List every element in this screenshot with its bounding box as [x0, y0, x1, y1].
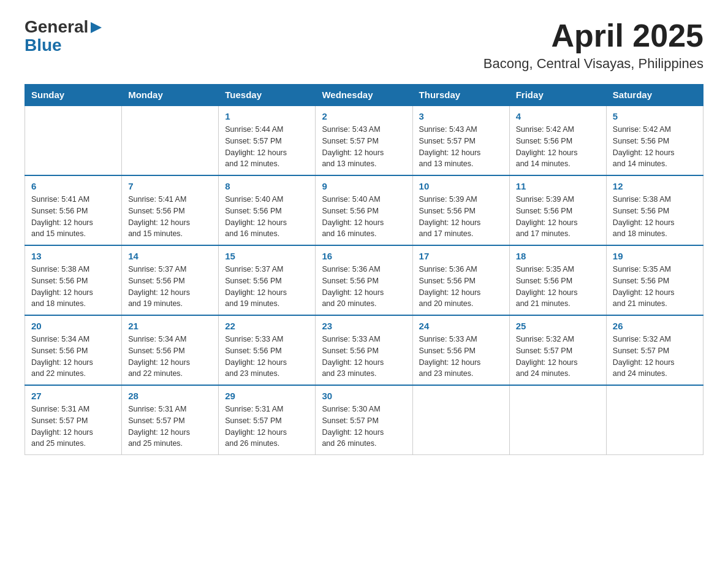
- day-info: Sunrise: 5:38 AMSunset: 5:56 PMDaylight:…: [613, 194, 697, 240]
- calendar-cell: 22Sunrise: 5:33 AMSunset: 5:56 PMDayligh…: [219, 315, 316, 385]
- calendar-cell: [606, 385, 703, 455]
- calendar-cell: 27Sunrise: 5:31 AMSunset: 5:57 PMDayligh…: [25, 385, 122, 455]
- day-number: 1: [225, 111, 309, 121]
- calendar-cell: 21Sunrise: 5:34 AMSunset: 5:56 PMDayligh…: [122, 315, 219, 385]
- calendar-cell: 28Sunrise: 5:31 AMSunset: 5:57 PMDayligh…: [122, 385, 219, 455]
- day-info: Sunrise: 5:37 AMSunset: 5:56 PMDaylight:…: [225, 264, 309, 310]
- weekday-header: Tuesday: [219, 85, 316, 106]
- svg-marker-0: [91, 22, 102, 33]
- calendar-cell: 25Sunrise: 5:32 AMSunset: 5:57 PMDayligh…: [509, 315, 606, 385]
- calendar-cell: 8Sunrise: 5:40 AMSunset: 5:56 PMDaylight…: [219, 175, 316, 245]
- location-title: Bacong, Central Visayas, Philippines: [483, 56, 703, 72]
- calendar-cell: 9Sunrise: 5:40 AMSunset: 5:56 PMDaylight…: [316, 175, 412, 245]
- calendar-cell: 30Sunrise: 5:30 AMSunset: 5:57 PMDayligh…: [316, 385, 412, 455]
- day-number: 16: [322, 251, 406, 261]
- calendar-cell: 17Sunrise: 5:36 AMSunset: 5:56 PMDayligh…: [412, 245, 509, 315]
- day-info: Sunrise: 5:36 AMSunset: 5:56 PMDaylight:…: [322, 264, 406, 310]
- calendar-cell: 11Sunrise: 5:39 AMSunset: 5:56 PMDayligh…: [509, 175, 606, 245]
- weekday-header: Saturday: [606, 85, 703, 106]
- day-info: Sunrise: 5:32 AMSunset: 5:57 PMDaylight:…: [613, 334, 697, 380]
- day-number: 10: [419, 181, 503, 191]
- day-info: Sunrise: 5:32 AMSunset: 5:57 PMDaylight:…: [516, 334, 600, 380]
- calendar-table: SundayMondayTuesdayWednesdayThursdayFrid…: [25, 84, 703, 455]
- page-header: General Blue April 2025 Bacong, Central …: [25, 18, 703, 72]
- day-number: 3: [419, 111, 503, 121]
- day-info: Sunrise: 5:42 AMSunset: 5:56 PMDaylight:…: [516, 124, 600, 170]
- day-number: 27: [31, 391, 115, 401]
- day-info: Sunrise: 5:43 AMSunset: 5:57 PMDaylight:…: [322, 124, 406, 170]
- day-info: Sunrise: 5:43 AMSunset: 5:57 PMDaylight:…: [419, 124, 503, 170]
- calendar-cell: 26Sunrise: 5:32 AMSunset: 5:57 PMDayligh…: [606, 315, 703, 385]
- day-info: Sunrise: 5:33 AMSunset: 5:56 PMDaylight:…: [419, 334, 503, 380]
- calendar-cell: 10Sunrise: 5:39 AMSunset: 5:56 PMDayligh…: [412, 175, 509, 245]
- calendar-cell: 24Sunrise: 5:33 AMSunset: 5:56 PMDayligh…: [412, 315, 509, 385]
- calendar-week-row: 1Sunrise: 5:44 AMSunset: 5:57 PMDaylight…: [25, 105, 703, 175]
- day-number: 15: [225, 251, 309, 261]
- day-info: Sunrise: 5:41 AMSunset: 5:56 PMDaylight:…: [31, 194, 115, 240]
- calendar-cell: 5Sunrise: 5:42 AMSunset: 5:56 PMDaylight…: [606, 105, 703, 175]
- day-number: 9: [322, 181, 406, 191]
- day-number: 17: [419, 251, 503, 261]
- calendar-cell: 2Sunrise: 5:43 AMSunset: 5:57 PMDaylight…: [316, 105, 412, 175]
- calendar-week-row: 20Sunrise: 5:34 AMSunset: 5:56 PMDayligh…: [25, 315, 703, 385]
- day-number: 2: [322, 111, 406, 121]
- month-title: April 2025: [483, 18, 703, 53]
- day-info: Sunrise: 5:40 AMSunset: 5:56 PMDaylight:…: [225, 194, 309, 240]
- weekday-header: Sunday: [25, 85, 122, 106]
- day-number: 25: [516, 321, 600, 331]
- calendar-cell: 12Sunrise: 5:38 AMSunset: 5:56 PMDayligh…: [606, 175, 703, 245]
- day-number: 26: [613, 321, 697, 331]
- logo-blue: Blue: [25, 36, 62, 55]
- day-info: Sunrise: 5:33 AMSunset: 5:56 PMDaylight:…: [322, 334, 406, 380]
- logo-arrow-icon: [89, 21, 103, 34]
- day-info: Sunrise: 5:34 AMSunset: 5:56 PMDaylight:…: [128, 334, 212, 380]
- day-info: Sunrise: 5:35 AMSunset: 5:56 PMDaylight:…: [613, 264, 697, 310]
- calendar-cell: [412, 385, 509, 455]
- day-number: 6: [31, 181, 115, 191]
- day-info: Sunrise: 5:40 AMSunset: 5:56 PMDaylight:…: [322, 194, 406, 240]
- weekday-header: Monday: [122, 85, 219, 106]
- day-number: 11: [516, 181, 600, 191]
- calendar-cell: 23Sunrise: 5:33 AMSunset: 5:56 PMDayligh…: [316, 315, 412, 385]
- day-number: 19: [613, 251, 697, 261]
- calendar-week-row: 6Sunrise: 5:41 AMSunset: 5:56 PMDaylight…: [25, 175, 703, 245]
- day-info: Sunrise: 5:31 AMSunset: 5:57 PMDaylight:…: [225, 404, 309, 450]
- day-number: 28: [128, 391, 212, 401]
- calendar-cell: 15Sunrise: 5:37 AMSunset: 5:56 PMDayligh…: [219, 245, 316, 315]
- calendar-cell: [25, 105, 122, 175]
- weekday-header: Wednesday: [316, 85, 412, 106]
- day-number: 21: [128, 321, 212, 331]
- weekday-header: Thursday: [412, 85, 509, 106]
- day-number: 20: [31, 321, 115, 331]
- calendar-cell: 1Sunrise: 5:44 AMSunset: 5:57 PMDaylight…: [219, 105, 316, 175]
- calendar-cell: [509, 385, 606, 455]
- calendar-cell: 16Sunrise: 5:36 AMSunset: 5:56 PMDayligh…: [316, 245, 412, 315]
- day-info: Sunrise: 5:39 AMSunset: 5:56 PMDaylight:…: [419, 194, 503, 240]
- day-info: Sunrise: 5:31 AMSunset: 5:57 PMDaylight:…: [31, 404, 115, 450]
- calendar-cell: 19Sunrise: 5:35 AMSunset: 5:56 PMDayligh…: [606, 245, 703, 315]
- day-info: Sunrise: 5:37 AMSunset: 5:56 PMDaylight:…: [128, 264, 212, 310]
- calendar-cell: 29Sunrise: 5:31 AMSunset: 5:57 PMDayligh…: [219, 385, 316, 455]
- day-info: Sunrise: 5:30 AMSunset: 5:57 PMDaylight:…: [322, 404, 406, 450]
- day-info: Sunrise: 5:39 AMSunset: 5:56 PMDaylight:…: [516, 194, 600, 240]
- day-info: Sunrise: 5:44 AMSunset: 5:57 PMDaylight:…: [225, 124, 309, 170]
- calendar-cell: 18Sunrise: 5:35 AMSunset: 5:56 PMDayligh…: [509, 245, 606, 315]
- logo-general: General: [25, 18, 88, 36]
- calendar-header: SundayMondayTuesdayWednesdayThursdayFrid…: [25, 85, 703, 106]
- day-number: 8: [225, 181, 309, 191]
- day-info: Sunrise: 5:38 AMSunset: 5:56 PMDaylight:…: [31, 264, 115, 310]
- logo: General Blue: [25, 18, 103, 55]
- day-number: 29: [225, 391, 309, 401]
- calendar-cell: 3Sunrise: 5:43 AMSunset: 5:57 PMDaylight…: [412, 105, 509, 175]
- day-number: 12: [613, 181, 697, 191]
- calendar-week-row: 27Sunrise: 5:31 AMSunset: 5:57 PMDayligh…: [25, 385, 703, 455]
- day-number: 14: [128, 251, 212, 261]
- day-info: Sunrise: 5:31 AMSunset: 5:57 PMDaylight:…: [128, 404, 212, 450]
- day-number: 23: [322, 321, 406, 331]
- day-info: Sunrise: 5:42 AMSunset: 5:56 PMDaylight:…: [613, 124, 697, 170]
- calendar-cell: 20Sunrise: 5:34 AMSunset: 5:56 PMDayligh…: [25, 315, 122, 385]
- calendar-week-row: 13Sunrise: 5:38 AMSunset: 5:56 PMDayligh…: [25, 245, 703, 315]
- calendar-cell: [122, 105, 219, 175]
- day-info: Sunrise: 5:33 AMSunset: 5:56 PMDaylight:…: [225, 334, 309, 380]
- calendar-cell: 4Sunrise: 5:42 AMSunset: 5:56 PMDaylight…: [509, 105, 606, 175]
